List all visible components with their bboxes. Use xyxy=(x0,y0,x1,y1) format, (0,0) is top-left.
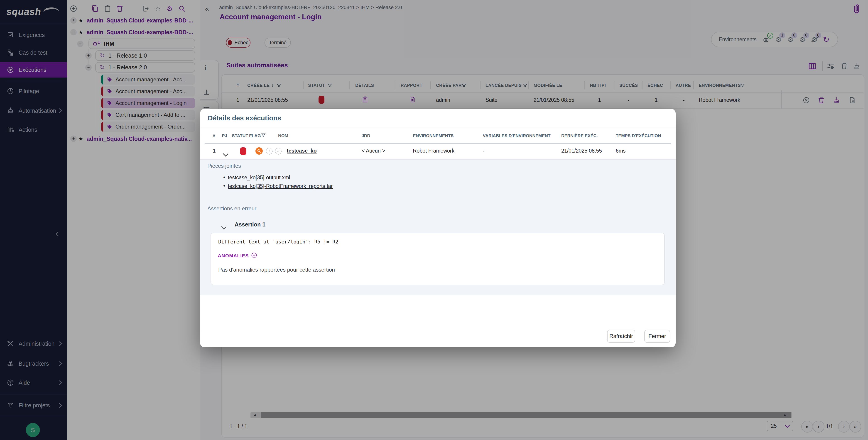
mcol-num: # xyxy=(213,133,215,138)
divider xyxy=(205,143,671,144)
close-button[interactable]: Fermer xyxy=(644,330,670,343)
anomalies-empty-message: Pas d'anomalies rapportées pour cette as… xyxy=(218,267,335,273)
mcol-jdd: JDD xyxy=(362,133,370,138)
mrow-num: 1 xyxy=(213,148,216,154)
mcol-name: NOM xyxy=(278,133,288,138)
mrow-environments: Robot Framework xyxy=(413,148,455,154)
filter-funnel-icon[interactable] xyxy=(261,133,266,138)
mcol-pj: PJ xyxy=(222,133,227,138)
refresh-button-label: Rafraîchir xyxy=(609,333,633,339)
mcol-flag: FLAG xyxy=(249,133,261,138)
divider xyxy=(200,127,676,127)
flag-blocked-icon[interactable]: ! xyxy=(266,148,273,155)
mrow-exec-time: 6ms xyxy=(616,148,625,154)
mrow-jdd: < Aucun > xyxy=(362,148,385,154)
mcol-env-vars: VARIABLES D'ENVIRONNEMENT xyxy=(483,133,551,138)
flag-investigate-icon[interactable] xyxy=(255,147,263,155)
mcol-status: STATUT xyxy=(232,133,248,138)
flag-validated-icon[interactable]: ✓ xyxy=(275,148,282,155)
close-button-label: Fermer xyxy=(648,333,666,339)
assertion-message: Different text at 'user/login': R5 != R2 xyxy=(218,239,339,245)
assertion-collapse-chevron-icon[interactable] xyxy=(222,222,226,231)
mrow-last-exec: 21/01/2025 08:55 xyxy=(561,148,602,154)
refresh-button[interactable]: Rafraîchir xyxy=(607,330,635,343)
testcase-link[interactable]: testcase_ko xyxy=(287,148,317,154)
expand-attachments-chevron-icon[interactable] xyxy=(224,149,227,158)
modal-title: Détails des exécutions xyxy=(208,114,281,122)
attachment-link[interactable]: testcase_ko[35]-RobotFramework_reports.t… xyxy=(228,183,333,189)
attachments-title: Pièces jointes xyxy=(207,163,241,169)
mrow-env-vars: - xyxy=(483,148,485,154)
attachment-link[interactable]: testcase_ko[35]-output.xml xyxy=(228,174,290,181)
execution-details-modal: Détails des exécutions # PJ STATUT FLAG … xyxy=(200,109,676,347)
status-failure-icon[interactable] xyxy=(240,147,246,155)
mcol-last-exec: DERNIÈRE EXÉC. xyxy=(561,133,597,138)
squash-app: squash Exigences Cas de test Exécutions … xyxy=(0,0,868,440)
bullet-icon: • xyxy=(223,174,225,180)
assertions-title: Assertions en erreur xyxy=(207,205,256,212)
mcol-environments: ENVIRONNEMENTS xyxy=(413,133,454,138)
bullet-icon: • xyxy=(223,183,225,189)
assertion-detail-card: Different text at 'user/login': R5 != R2… xyxy=(211,233,665,285)
assertion-name[interactable]: Assertion 1 xyxy=(235,221,266,228)
add-anomaly-icon[interactable] xyxy=(251,252,257,259)
anomalies-label: ANOMALIES xyxy=(218,253,249,259)
mcol-exec-time: TEMPS D'EXÉCUTION xyxy=(616,133,661,138)
